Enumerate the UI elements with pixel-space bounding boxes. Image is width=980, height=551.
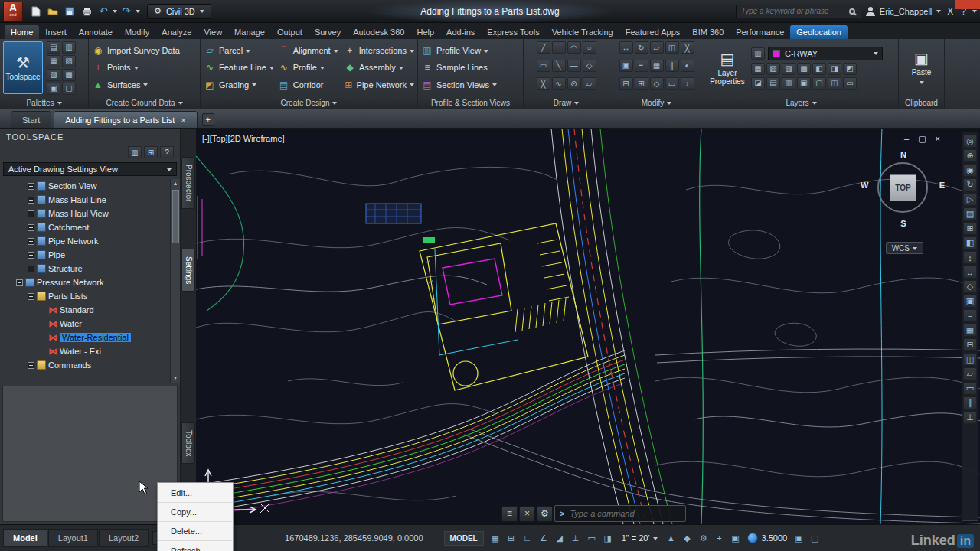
command-input[interactable]	[568, 508, 681, 519]
command-customize-icon[interactable]: ⚙	[537, 506, 553, 522]
layout-tab-layout2[interactable]: Layout2	[99, 529, 149, 547]
tree-item-mass-haul-view[interactable]: Mass Haul View	[2, 207, 180, 220]
layer-tool-icon-5[interactable]: ◧	[812, 63, 826, 75]
viewcube[interactable]: N TOP W E S	[870, 150, 937, 236]
drawing-close-icon[interactable]: ×	[936, 134, 940, 144]
draw-tool-icon-12[interactable]: ▱	[583, 77, 596, 90]
context-menu-item-edit[interactable]: Edit...	[158, 484, 232, 503]
toolspace-view-selector[interactable]: Active Drawing Settings View	[3, 162, 177, 176]
ribbon-tab-help[interactable]: Help	[410, 25, 440, 39]
draw-tool-icon-6[interactable]: ╲	[552, 60, 566, 72]
tree-item-water-residential[interactable]: ⋈Water-Residential	[2, 331, 180, 344]
undo-dropdown-icon[interactable]	[113, 10, 117, 15]
zoom-extents-icon[interactable]: ◉	[963, 164, 977, 177]
ribbon-tab-view[interactable]: View	[198, 25, 228, 39]
toolspace-button[interactable]: ⚒ Toolspace	[3, 41, 43, 94]
tree-expand-icon[interactable]	[28, 252, 34, 259]
design-profile-button[interactable]: ∿Profile	[278, 59, 340, 76]
object-isolate-icon[interactable]: ◇	[963, 280, 977, 293]
viewcube-west[interactable]: W	[861, 181, 868, 190]
scroll-down-icon[interactable]: ▾	[174, 373, 177, 383]
layer-tool-b-icon-3[interactable]: ▥	[782, 77, 795, 90]
hatch-icon[interactable]: ▦	[963, 324, 977, 337]
orbit-icon[interactable]: ↻	[963, 178, 977, 191]
viewcube-north[interactable]: N	[900, 150, 906, 159]
layers-panel-label[interactable]: Layers	[704, 96, 898, 109]
transparency-icon[interactable]: ◨	[600, 531, 616, 546]
ribbon-tab-add-ins[interactable]: Add-ins	[440, 25, 481, 39]
tree-item-parts-lists[interactable]: Parts Lists	[2, 289, 180, 303]
modify-tool-icon-13[interactable]: ◇	[650, 77, 664, 90]
layout-tab-layout1[interactable]: Layout1	[48, 529, 98, 547]
redo-button[interactable]: ↷	[119, 4, 134, 19]
tree-item-standard[interactable]: ⋈Standard	[2, 303, 180, 317]
drawing-canvas[interactable]: [-][Top][2D Wireframe] ‒ ▢ × N TOP W E S…	[196, 129, 980, 524]
design-grading-button[interactable]: ◩Grading	[204, 77, 274, 93]
viewport-icon[interactable]: ▣	[963, 295, 977, 308]
palette-icon-7[interactable]: ▣	[47, 83, 60, 95]
tree-item-pressure-network[interactable]: Pressure Network	[2, 276, 180, 289]
ribbon-tab-autodesk-360[interactable]: Autodesk 360	[347, 25, 410, 39]
command-close-icon[interactable]: ×	[519, 506, 535, 522]
ribbon-tab-performance[interactable]: Performance	[730, 25, 790, 39]
isometric-drafting-icon[interactable]: ◢	[552, 531, 567, 546]
ribbon-tab-annotate[interactable]: Annotate	[73, 25, 119, 39]
viewport-controls-label[interactable]: [-][Top][2D Wireframe]	[202, 134, 285, 143]
perpendicular-icon[interactable]: ⊥	[963, 411, 977, 424]
modify-tool-icon-5[interactable]: ╳	[681, 41, 694, 54]
layer-tool-b-icon-1[interactable]: ◪	[751, 77, 765, 90]
save-button[interactable]	[62, 4, 77, 19]
draw-tool-icon-1[interactable]: ╱	[537, 41, 550, 54]
draw-tool-icon-10[interactable]: ∿	[552, 77, 566, 90]
parallel-icon[interactable]: ∥	[963, 396, 977, 409]
layer-state-icon[interactable]: ▥	[751, 47, 765, 60]
tree-item-section-view[interactable]: Section View	[2, 179, 180, 193]
tree-expand-icon[interactable]	[28, 238, 34, 245]
app-logo-icon[interactable]: A csd	[3, 2, 23, 21]
side-tab-settings[interactable]: Settings	[181, 249, 195, 292]
layer-tool-b-icon-7[interactable]: ▭	[843, 77, 857, 90]
plot-button[interactable]	[79, 4, 94, 19]
draw-tool-icon-11[interactable]: ⊙	[567, 77, 581, 90]
layer-tool-icon-1[interactable]: ▦	[751, 63, 765, 75]
layer-properties-button[interactable]: ▤ Layer Properties	[707, 41, 747, 94]
modify-tool-icon-8[interactable]: ▦	[650, 60, 664, 72]
scrollbar-thumb[interactable]	[172, 190, 179, 243]
modify-tool-icon-2[interactable]: ↻	[635, 41, 648, 54]
modify-tool-icon-15[interactable]: ↕	[681, 77, 694, 90]
ortho-mode-icon[interactable]: ∟	[520, 531, 535, 546]
ribbon-tab-home[interactable]: Home	[5, 25, 39, 39]
lineweight-icon[interactable]: ▭	[584, 531, 599, 546]
side-tab-prospector[interactable]: Prospector	[181, 157, 195, 209]
ribbon-tab-vehicle-tracking[interactable]: Vehicle Tracking	[546, 25, 619, 39]
showmotion-icon[interactable]: ▷	[963, 193, 977, 206]
grid-display-icon[interactable]: ▦	[488, 531, 503, 546]
drawing-minimize-icon[interactable]: ‒	[904, 134, 909, 144]
infocenter-search[interactable]	[736, 5, 861, 18]
signed-in-user[interactable]: Eric_Chappell	[880, 7, 932, 16]
annotation-visibility-icon[interactable]: ▲	[664, 531, 679, 546]
ribbon-tab-survey[interactable]: Survey	[309, 25, 347, 39]
ribbon-tab-output[interactable]: Output	[271, 25, 309, 39]
palette-icon-2[interactable]: ▥	[62, 41, 76, 54]
psv-section-views-button[interactable]: ▤Section Views	[421, 77, 497, 93]
command-history-icon[interactable]: ≡	[501, 506, 518, 522]
modify-tool-icon-10[interactable]: ◐	[681, 60, 694, 72]
palette-icon-5[interactable]: ▨	[47, 69, 60, 81]
modify-tool-icon-9[interactable]: ∥	[665, 60, 679, 72]
wcs-selector[interactable]: WCS	[886, 242, 923, 254]
modify-tool-icon-3[interactable]: ▱	[650, 41, 664, 54]
palette-icon-4[interactable]: ▧	[62, 55, 76, 67]
file-tab-adding-fittings-to-a-parts-list[interactable]: Adding Fittings to a Parts List×	[54, 111, 198, 128]
layer-tool-icon-6[interactable]: ◨	[828, 63, 841, 75]
graphics-performance-icon[interactable]	[747, 533, 758, 543]
layer-tool-b-icon-4[interactable]: ▣	[797, 77, 811, 90]
measure-icon[interactable]: ▱	[963, 367, 977, 380]
context-menu-item-refresh[interactable]: Refresh	[158, 541, 232, 551]
isolate-objects-icon[interactable]: ▣	[791, 531, 806, 546]
redo-dropdown-icon[interactable]	[136, 10, 140, 15]
side-tab-toolbox[interactable]: Toolbox	[181, 422, 195, 464]
layer-tool-b-icon-2[interactable]: ▤	[766, 77, 780, 90]
design-alignment-button[interactable]: ⌒Alignment	[278, 42, 340, 59]
ribbon-tab-analyze[interactable]: Analyze	[155, 25, 198, 39]
